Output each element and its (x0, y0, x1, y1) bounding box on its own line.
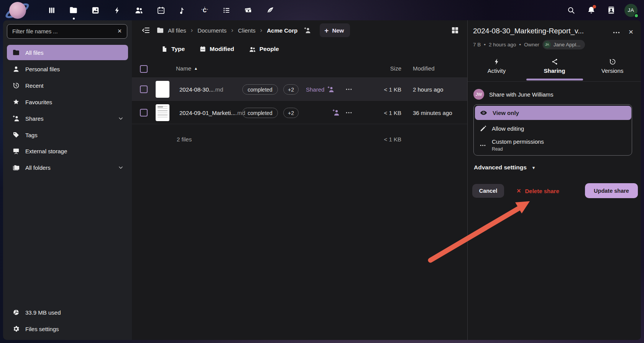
file-thumbnail (156, 81, 169, 98)
column-header-name[interactable]: Name ▲ (176, 65, 198, 72)
file-row-2024-08-30[interactable]: 2024-08-30... .md completed +2 Shared < … (132, 78, 467, 101)
breadcrumb-documents[interactable]: Documents (197, 27, 227, 34)
breadcrumb-all-files[interactable]: All files (168, 27, 186, 34)
sidebar-item-external-storage[interactable]: External storage (7, 143, 128, 159)
sidebar-item-tags[interactable]: Tags (7, 127, 128, 143)
user-menu-button[interactable]: JA (621, 0, 641, 20)
app-files[interactable] (62, 0, 84, 20)
tab-sharing[interactable]: Sharing (526, 54, 583, 82)
filter-type-label: Type (171, 46, 185, 53)
breadcrumb-clients[interactable]: Clients (238, 27, 256, 34)
sidebar-item-shares[interactable]: Shares (7, 111, 128, 126)
sidebar-item-label: Favourites (25, 99, 52, 105)
files-settings[interactable]: Files settings (7, 322, 128, 336)
filter-input[interactable] (7, 24, 127, 39)
tag-chip-completed[interactable]: completed (242, 84, 278, 95)
app-calendar[interactable] (150, 0, 172, 20)
close-icon: × (629, 27, 633, 36)
banknotes-icon (244, 6, 253, 15)
app-notes[interactable] (259, 0, 281, 20)
row-actions-button[interactable] (344, 85, 353, 94)
sidebar-item-personal-files[interactable]: Personal files (7, 61, 128, 77)
delete-share-button[interactable]: × Delete share (513, 184, 563, 198)
app-dashboard[interactable] (41, 0, 62, 20)
sidebar-item-favourites[interactable]: Favourites (7, 94, 128, 110)
file-count: 2 files (177, 136, 192, 143)
person-plus-icon[interactable] (332, 108, 340, 117)
row-checkbox[interactable] (140, 109, 148, 117)
file-meta-line: 7 B • 2 hours ago • Owner JA Jane Appl..… (473, 39, 585, 49)
grid-view-toggle[interactable] (449, 25, 461, 36)
update-share-button[interactable]: Update share (585, 183, 638, 198)
filter-field-wrap: × (7, 24, 127, 39)
close-panel-button[interactable]: × (626, 26, 636, 37)
app-music[interactable] (172, 0, 194, 20)
app-recognize[interactable]: C (194, 0, 215, 20)
filter-people-chip[interactable]: People (249, 46, 279, 53)
tag-chip-completed[interactable]: completed (242, 108, 278, 118)
files-settings-label: Files settings (25, 326, 59, 332)
app-cospend[interactable] (237, 0, 259, 20)
row-actions-button[interactable] (344, 108, 353, 117)
file-row-2024-09-01[interactable]: 2024-09-01_Marketi....md completed +2 < … (132, 101, 467, 124)
filter-modified-chip[interactable]: Modified (199, 46, 234, 53)
contacts-menu-button[interactable] (601, 0, 621, 20)
sort-ascending-icon: ▲ (194, 66, 198, 71)
owner-name: Jane Appl... (554, 42, 581, 48)
chevron-down-icon[interactable] (118, 116, 123, 123)
notifications-button[interactable] (581, 0, 601, 20)
new-button-label: New (332, 27, 344, 34)
option-allow-editing[interactable]: Allow editing (475, 123, 631, 134)
sidebar-item-recent[interactable]: Recent (7, 78, 128, 93)
row-checkbox[interactable] (140, 85, 148, 93)
list-icon (222, 6, 231, 15)
bolt-icon (493, 58, 501, 66)
chevron-down-icon[interactable] (118, 165, 123, 172)
breadcrumb-bar: All files › Documents › Clients › Acme C… (140, 23, 350, 38)
cancel-button[interactable]: Cancel (472, 184, 504, 198)
file-size-meta: 7 B (473, 42, 481, 48)
file-table-header: Name ▲ Size Modified (132, 60, 467, 78)
advanced-settings-toggle[interactable]: Advanced settings ▾ (474, 162, 535, 173)
owner-avatar: JA (544, 41, 551, 48)
option-custom-permissions[interactable]: Custom permissions Read (475, 138, 631, 154)
notification-dot (593, 5, 596, 8)
column-header-modified[interactable]: Modified (413, 65, 435, 72)
file-name[interactable]: 2024-08-30... .md (179, 78, 223, 101)
app-activity[interactable] (106, 0, 128, 20)
panel-actions-button[interactable] (611, 28, 622, 37)
unified-search-button[interactable] (561, 0, 581, 20)
custom-permissions-sublabel: Read (492, 146, 503, 152)
new-button[interactable]: + New (320, 23, 350, 37)
app-photos[interactable] (84, 0, 106, 20)
app-tasks[interactable] (215, 0, 237, 20)
tab-activity[interactable]: Activity (468, 54, 526, 82)
nextcloud-logo[interactable] (5, 0, 29, 22)
calendar-icon (157, 6, 165, 15)
collapse-sidebar-button[interactable] (140, 24, 153, 37)
option-view-only[interactable]: View only (475, 106, 631, 120)
sidebar-item-label: Shares (25, 115, 44, 122)
breadcrumb-acme-corp[interactable]: Acme Corp (267, 27, 297, 34)
column-header-size[interactable]: Size (367, 65, 401, 72)
share-folder-icon[interactable] (304, 26, 311, 34)
owner-label: Owner (524, 42, 539, 48)
sidebar-item-all-folders[interactable]: All folders (7, 160, 128, 175)
shared-indicator[interactable]: Shared (306, 78, 335, 101)
select-all-checkbox[interactable] (140, 65, 148, 73)
app-contacts[interactable] (128, 0, 150, 20)
sidebar-item-all-files[interactable]: All files (7, 45, 128, 60)
file-name[interactable]: 2024-09-01_Marketi....md (179, 101, 245, 124)
external-storage-icon (12, 147, 20, 155)
clear-filter-icon[interactable]: × (115, 27, 124, 35)
storage-usage[interactable]: 33.9 MB used (7, 305, 128, 319)
filter-type-chip[interactable]: Type (161, 46, 185, 53)
tag-chip-more[interactable]: +2 (283, 84, 299, 95)
filter-modified-label: Modified (210, 46, 234, 53)
tab-versions[interactable]: Versions (583, 54, 641, 82)
active-app-dot (73, 18, 75, 20)
file-modified: 2 hours ago (413, 78, 443, 101)
shared-label: Shared (306, 86, 324, 93)
owner-chip[interactable]: JA Jane Appl... (542, 40, 585, 49)
tag-chip-more[interactable]: +2 (283, 108, 299, 118)
